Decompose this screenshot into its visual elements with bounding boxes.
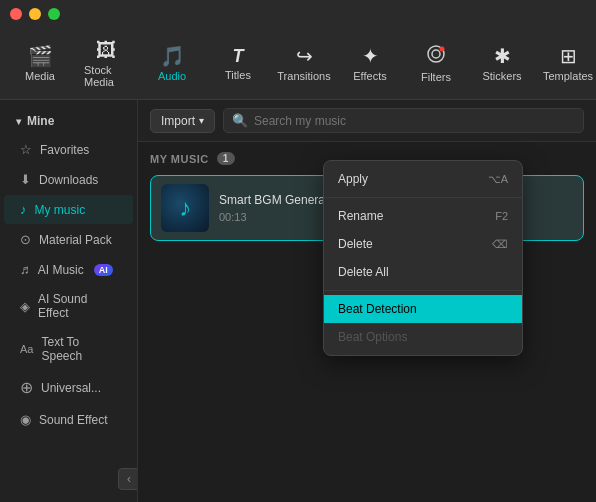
nav-item-titles[interactable]: T Titles — [206, 39, 270, 89]
nav-item-media[interactable]: 🎬 Media — [8, 38, 72, 90]
ctx-rename-shortcut: F2 — [495, 210, 508, 222]
ai-music-icon: ♬ — [20, 262, 30, 277]
maximize-button[interactable] — [48, 8, 60, 20]
content-area: Import ▾ 🔍 MY MUSIC 1 ♪ Smart BGM Genera… — [138, 100, 596, 502]
nav-item-audio[interactable]: 🎵 Audio — [140, 38, 204, 90]
stock-media-icon: 🖼 — [96, 40, 116, 60]
sidebar-label-material-pack: Material Pack — [39, 233, 112, 247]
sidebar-item-universal[interactable]: ⊕ Universal... — [4, 371, 133, 404]
effects-icon: ✦ — [362, 46, 379, 66]
ctx-beat-options: Beat Options — [324, 323, 522, 351]
import-chevron-icon: ▾ — [199, 115, 204, 126]
sidebar-collapse-button[interactable]: ‹ — [118, 468, 138, 490]
sidebar-label-sound-effect: Sound Effect — [39, 413, 108, 427]
nav-item-stickers[interactable]: ✱ Stickers — [470, 38, 534, 90]
sidebar-item-material-pack[interactable]: ⊙ Material Pack — [4, 225, 133, 254]
ctx-beat-options-label: Beat Options — [338, 330, 407, 344]
sidebar-item-my-music[interactable]: ♪ My music — [4, 195, 133, 224]
sidebar-label-text-to-speech: Text To Speech — [41, 335, 117, 363]
nav-label-templates: Templates — [543, 70, 593, 82]
nav-label-filters: Filters — [421, 71, 451, 83]
ctx-delete[interactable]: Delete ⌫ — [324, 230, 522, 258]
nav-item-filters[interactable]: Filters — [404, 36, 468, 91]
svg-point-1 — [432, 50, 440, 58]
ctx-delete-shortcut: ⌫ — [492, 238, 508, 251]
ctx-beat-detection-label: Beat Detection — [338, 302, 417, 316]
nav-label-stock-media: Stock Media — [84, 64, 128, 88]
search-icon: 🔍 — [232, 113, 248, 128]
search-input[interactable] — [254, 114, 575, 128]
ctx-apply-shortcut: ⌥A — [488, 173, 508, 186]
ctx-delete-all-label: Delete All — [338, 265, 389, 279]
sidebar-label-favorites: Favorites — [40, 143, 89, 157]
collapse-icon: ‹ — [127, 472, 131, 486]
ctx-rename[interactable]: Rename F2 — [324, 202, 522, 230]
downloads-icon: ⬇ — [20, 172, 31, 187]
sound-effect-icon: ◉ — [20, 412, 31, 427]
templates-icon: ⊞ — [560, 46, 577, 66]
media-icon: 🎬 — [28, 46, 53, 66]
ctx-apply[interactable]: Apply ⌥A — [324, 165, 522, 193]
nav-label-audio: Audio — [158, 70, 186, 82]
nav-item-transitions[interactable]: ↪ Transitions — [272, 38, 336, 90]
nav-item-stock-media[interactable]: 🖼 Stock Media — [74, 32, 138, 96]
context-menu: Apply ⌥A Rename F2 Delete ⌫ Delete All B… — [323, 160, 523, 356]
universal-icon: ⊕ — [20, 378, 33, 397]
sidebar-item-ai-music[interactable]: ♬ AI Music AI — [4, 255, 133, 284]
top-nav: 🎬 Media 🖼 Stock Media 🎵 Audio T Titles ↪… — [0, 28, 596, 100]
my-music-section-label: MY MUSIC — [150, 153, 209, 165]
sidebar-item-ai-sound-effect[interactable]: ◈ AI Sound Effect — [4, 285, 133, 327]
ctx-divider-1 — [324, 197, 522, 198]
sidebar-item-sound-effect[interactable]: ◉ Sound Effect — [4, 405, 133, 434]
sidebar-item-downloads[interactable]: ⬇ Downloads — [4, 165, 133, 194]
favorites-icon: ☆ — [20, 142, 32, 157]
nav-label-effects: Effects — [353, 70, 386, 82]
sidebar-label-ai-music: AI Music — [38, 263, 84, 277]
text-to-speech-icon: Aa — [20, 343, 33, 355]
sidebar-section-mine: ▾ Mine — [0, 108, 137, 134]
sidebar-label-my-music: My music — [35, 203, 86, 217]
filters-icon — [426, 44, 446, 67]
svg-point-2 — [440, 47, 445, 52]
sidebar-label-ai-sound-effect: AI Sound Effect — [38, 292, 117, 320]
sidebar-mine-chevron: ▾ — [16, 116, 21, 127]
content-toolbar: Import ▾ 🔍 — [138, 100, 596, 142]
nav-label-media: Media — [25, 70, 55, 82]
nav-label-stickers: Stickers — [482, 70, 521, 82]
sidebar-item-favorites[interactable]: ☆ Favorites — [4, 135, 133, 164]
title-bar — [0, 0, 596, 28]
sidebar-label-universal: Universal... — [41, 381, 101, 395]
my-music-count: 1 — [217, 152, 235, 165]
sidebar-mine-label: Mine — [27, 114, 54, 128]
ctx-delete-all[interactable]: Delete All — [324, 258, 522, 286]
nav-item-effects[interactable]: ✦ Effects — [338, 38, 402, 90]
ctx-divider-2 — [324, 290, 522, 291]
search-box: 🔍 — [223, 108, 584, 133]
nav-item-templates[interactable]: ⊞ Templates — [536, 38, 596, 90]
music-thumbnail: ♪ — [161, 184, 209, 232]
ai-sound-effect-icon: ◈ — [20, 299, 30, 314]
import-label: Import — [161, 114, 195, 128]
music-note-icon: ♪ — [179, 194, 191, 222]
titles-icon: T — [233, 47, 244, 65]
material-pack-icon: ⊙ — [20, 232, 31, 247]
sidebar-item-text-to-speech[interactable]: Aa Text To Speech — [4, 328, 133, 370]
stickers-icon: ✱ — [494, 46, 511, 66]
close-button[interactable] — [10, 8, 22, 20]
minimize-button[interactable] — [29, 8, 41, 20]
ctx-delete-label: Delete — [338, 237, 373, 251]
nav-label-transitions: Transitions — [277, 70, 330, 82]
main-layout: ▾ Mine ☆ Favorites ⬇ Downloads ♪ My musi… — [0, 100, 596, 502]
ctx-beat-detection[interactable]: Beat Detection — [324, 295, 522, 323]
sidebar-label-downloads: Downloads — [39, 173, 98, 187]
ctx-apply-label: Apply — [338, 172, 368, 186]
my-music-icon: ♪ — [20, 202, 27, 217]
ai-music-badge: AI — [94, 264, 113, 276]
audio-icon: 🎵 — [160, 46, 185, 66]
sidebar: ▾ Mine ☆ Favorites ⬇ Downloads ♪ My musi… — [0, 100, 138, 502]
nav-label-titles: Titles — [225, 69, 251, 81]
ctx-rename-label: Rename — [338, 209, 383, 223]
transitions-icon: ↪ — [296, 46, 313, 66]
import-button[interactable]: Import ▾ — [150, 109, 215, 133]
